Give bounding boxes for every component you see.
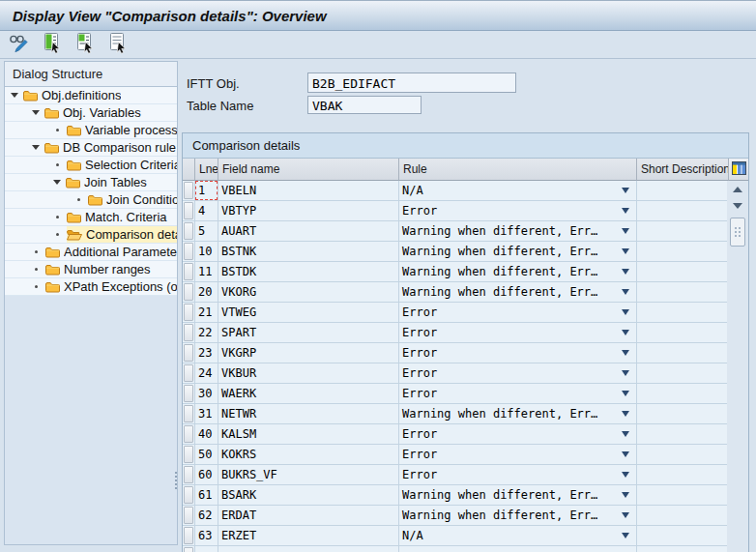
- scrollbar-thumb[interactable]: [730, 218, 745, 247]
- cell-rule-dropdown[interactable]: Error: [399, 445, 637, 465]
- tree-item-join-tables[interactable]: Join Tables: [5, 174, 177, 191]
- cell-rule-dropdown[interactable]: Error: [399, 201, 637, 221]
- column-header-lne[interactable]: Lne: [195, 159, 218, 181]
- tree-item-selection-criteria[interactable]: Selection Criteria: [5, 157, 177, 174]
- cell-rule-dropdown[interactable]: Error: [399, 323, 637, 343]
- dropdown-arrow-icon[interactable]: [622, 269, 629, 275]
- cell-rule-dropdown[interactable]: Warning when different, Err…: [399, 282, 637, 303]
- row-select-button[interactable]: [183, 526, 195, 546]
- row-select-button[interactable]: [183, 485, 195, 506]
- table-caption: Comparison details: [183, 133, 748, 159]
- cell-rule-dropdown[interactable]: Error: [399, 465, 637, 485]
- cell-rule-dropdown[interactable]: Error: [399, 363, 637, 384]
- row-select-button[interactable]: [183, 445, 195, 465]
- tree-expander-icon[interactable]: [32, 110, 40, 115]
- dropdown-arrow-icon[interactable]: [622, 472, 629, 478]
- table-configuration-button[interactable]: [729, 159, 749, 181]
- tree-expander-icon[interactable]: [53, 180, 61, 185]
- row-select-button[interactable]: [183, 363, 195, 384]
- scroll-up-button[interactable]: [730, 181, 745, 197]
- dropdown-arrow-icon[interactable]: [622, 289, 629, 295]
- row-select-button[interactable]: [183, 424, 195, 445]
- cell-rule-dropdown[interactable]: Warning when different, Err…: [399, 242, 637, 262]
- cell-rule-dropdown[interactable]: Error: [399, 384, 637, 404]
- row-select-button[interactable]: [183, 506, 195, 526]
- cell-rule-dropdown[interactable]: Error: [399, 343, 637, 363]
- row-select-button[interactable]: [183, 221, 195, 242]
- cell-field-name: KOKRS: [218, 445, 399, 465]
- column-header-short-description[interactable]: Short Description: [637, 159, 729, 181]
- dropdown-arrow-icon[interactable]: [622, 411, 629, 417]
- table-row: 40KALSMError: [183, 424, 748, 445]
- row-select-button[interactable]: [183, 201, 195, 221]
- row-select-button[interactable]: [183, 181, 195, 201]
- cell-rule-dropdown[interactable]: N/A: [399, 526, 637, 546]
- dropdown-arrow-icon[interactable]: [622, 533, 629, 538]
- panel-splitter-handle[interactable]: [174, 472, 178, 491]
- scroll-down-button[interactable]: [730, 197, 745, 214]
- dropdown-arrow-icon[interactable]: [622, 188, 629, 193]
- cell-short-description: [637, 262, 729, 282]
- tree-item-obj-variables[interactable]: Obj. Variables: [5, 104, 177, 122]
- tree-item-db-comparison-rule[interactable]: DB Comparison rule: [5, 139, 177, 157]
- tree-leaf-bullet-icon: [35, 285, 38, 288]
- tree-item-variable-processing[interactable]: Variable processing: [5, 122, 177, 139]
- row-select-button[interactable]: [183, 303, 195, 323]
- grip-icon: [735, 227, 741, 237]
- row-select-button[interactable]: [183, 384, 195, 404]
- cell-rule-dropdown[interactable]: Warning when different, Err…: [399, 262, 637, 282]
- cell-rule-dropdown[interactable]: Warning when different, Err…: [399, 221, 637, 242]
- table-row: 22SPARTError: [183, 323, 748, 343]
- tree-item-match-criteria[interactable]: Match. Criteria: [5, 209, 177, 226]
- row-select-button[interactable]: [183, 546, 195, 552]
- tree-expander-icon[interactable]: [11, 93, 18, 98]
- iftt-obj-field[interactable]: B2B_EDIFACT: [307, 73, 516, 93]
- select-all-button[interactable]: [40, 34, 64, 57]
- dropdown-arrow-icon[interactable]: [622, 492, 629, 498]
- dropdown-arrow-icon[interactable]: [622, 431, 629, 437]
- row-select-button[interactable]: [183, 262, 195, 282]
- row-select-button[interactable]: [183, 323, 195, 343]
- tree-item-join-conditions[interactable]: Join Conditions: [5, 191, 177, 209]
- dropdown-arrow-icon[interactable]: [622, 370, 629, 376]
- row-select-button[interactable]: [183, 242, 195, 262]
- column-header-field-name[interactable]: Field name: [218, 159, 399, 181]
- tree-item-label: Number ranges: [64, 262, 151, 276]
- deselect-all-button[interactable]: [105, 34, 130, 57]
- dropdown-arrow-icon[interactable]: [622, 451, 629, 457]
- display-change-button[interactable]: [7, 34, 31, 57]
- rule-value: Error: [402, 366, 437, 380]
- dropdown-arrow-icon[interactable]: [622, 512, 629, 518]
- dropdown-arrow-icon[interactable]: [622, 228, 629, 234]
- tree-item-comparison-details[interactable]: Comparison details: [5, 226, 177, 244]
- column-header-rule[interactable]: Rule: [399, 159, 637, 181]
- tree-expander-icon[interactable]: [32, 145, 40, 150]
- dropdown-arrow-icon[interactable]: [622, 350, 629, 356]
- cell-rule-dropdown[interactable]: [399, 546, 637, 552]
- tree-item-number-ranges[interactable]: Number ranges: [5, 261, 177, 278]
- cell-lne: 22: [195, 323, 218, 343]
- column-header-selector[interactable]: [183, 159, 195, 181]
- cell-field-name: VBELN: [218, 181, 399, 201]
- cell-rule-dropdown[interactable]: Error: [399, 424, 637, 445]
- dropdown-arrow-icon[interactable]: [622, 248, 629, 254]
- row-select-button[interactable]: [183, 343, 195, 363]
- cell-rule-dropdown[interactable]: Warning when different, Err…: [399, 485, 637, 506]
- row-select-button[interactable]: [183, 282, 195, 303]
- cell-rule-dropdown[interactable]: Warning when different, Err…: [399, 404, 637, 424]
- dropdown-arrow-icon[interactable]: [622, 330, 629, 335]
- tree-item-obj-definitions[interactable]: Obj.definitions: [5, 87, 177, 104]
- table-name-field[interactable]: VBAK: [307, 96, 422, 114]
- dropdown-arrow-icon[interactable]: [622, 391, 629, 396]
- table-body: 1VBELNN/A4VBTYPError5AUARTWarning when d…: [183, 181, 748, 552]
- cell-rule-dropdown[interactable]: Warning when different, Err…: [399, 506, 637, 526]
- dropdown-arrow-icon[interactable]: [622, 208, 629, 214]
- row-select-button[interactable]: [183, 465, 195, 485]
- tree-item-additional-parameters[interactable]: Additional Parameters: [5, 244, 177, 261]
- select-block-button[interactable]: [73, 34, 97, 57]
- tree-item-xpath-exceptions-optional[interactable]: XPath Exceptions (optional): [5, 278, 177, 296]
- cell-rule-dropdown[interactable]: Error: [399, 303, 637, 323]
- cell-rule-dropdown[interactable]: N/A: [399, 181, 637, 201]
- row-select-button[interactable]: [183, 404, 195, 424]
- dropdown-arrow-icon[interactable]: [622, 309, 629, 315]
